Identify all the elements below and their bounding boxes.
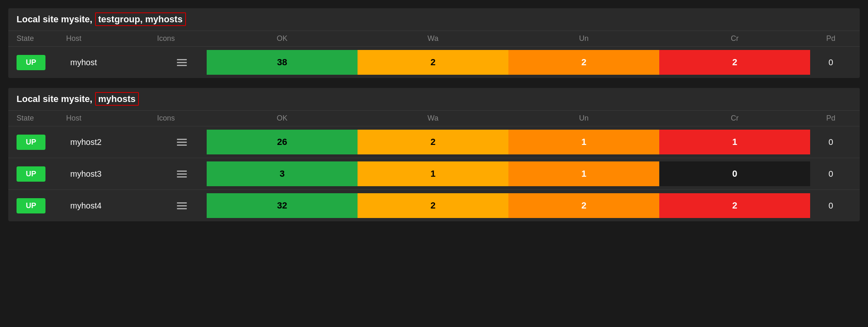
col-header-state: State	[17, 114, 66, 123]
panel-title-prefix: Local site mysite,	[17, 94, 95, 104]
panel-header: Local site mysite, myhosts	[8, 88, 860, 111]
warn-metric[interactable]: 1	[358, 161, 508, 186]
table-row: UPmyhost331100	[8, 158, 860, 190]
hamburger-icon[interactable]	[177, 202, 187, 209]
col-header-icons: Icons	[157, 114, 207, 123]
col-header-ok: OK	[207, 114, 358, 123]
col-header-host: Host	[66, 114, 157, 123]
pd-metric: 0	[810, 169, 851, 179]
state-cell: UP	[17, 166, 66, 182]
state-cell: UP	[17, 135, 66, 150]
state-badge[interactable]: UP	[17, 166, 45, 182]
panel-1: Local site mysite, testgroup, myhostsSta…	[8, 8, 860, 78]
col-header-ok: OK	[207, 34, 358, 43]
col-header-wa: Wa	[358, 114, 508, 123]
col-header-state: State	[17, 34, 66, 43]
crit-metric[interactable]: 2	[659, 50, 810, 75]
crit-metric[interactable]: 1	[659, 130, 810, 154]
col-header-pd: Pd	[810, 34, 851, 43]
state-badge[interactable]: UP	[17, 135, 45, 150]
icons-cell	[157, 139, 207, 146]
unknown-metric[interactable]: 1	[508, 161, 659, 186]
warn-metric[interactable]: 2	[358, 193, 508, 218]
icons-cell	[157, 59, 207, 66]
hamburger-icon[interactable]	[177, 59, 187, 66]
warn-metric[interactable]: 2	[358, 130, 508, 154]
crit-metric[interactable]: 2	[659, 193, 810, 218]
state-badge[interactable]: UP	[17, 55, 45, 70]
col-header-pd: Pd	[810, 114, 851, 123]
ok-metric[interactable]: 26	[207, 130, 358, 154]
panel-title-prefix: Local site mysite,	[17, 14, 95, 24]
col-header-cr: Cr	[659, 114, 810, 123]
ok-metric[interactable]: 3	[207, 161, 358, 186]
col-header-cr: Cr	[659, 34, 810, 43]
host-name[interactable]: myhost4	[66, 201, 157, 211]
panel-title-highlight: myhosts	[95, 92, 139, 106]
pd-metric: 0	[810, 58, 851, 67]
hamburger-icon[interactable]	[177, 171, 187, 178]
column-headers: StateHostIconsOKWaUnCrPd	[8, 111, 860, 126]
table-row: UPmyhost382220	[8, 47, 860, 78]
host-name[interactable]: myhost	[66, 58, 157, 67]
state-cell: UP	[17, 198, 66, 213]
col-header-wa: Wa	[358, 34, 508, 43]
table-row: UPmyhost4322220	[8, 190, 860, 221]
unknown-metric[interactable]: 1	[508, 130, 659, 154]
icons-cell	[157, 202, 207, 209]
unknown-metric[interactable]: 2	[508, 50, 659, 75]
table-row: UPmyhost2262110	[8, 126, 860, 158]
col-header-host: Host	[66, 34, 157, 43]
crit-metric[interactable]: 0	[659, 161, 810, 186]
col-header-un: Un	[508, 114, 659, 123]
host-name[interactable]: myhost3	[66, 169, 157, 179]
panel-header: Local site mysite, testgroup, myhosts	[8, 8, 860, 31]
col-header-un: Un	[508, 34, 659, 43]
state-badge[interactable]: UP	[17, 198, 45, 213]
hamburger-icon[interactable]	[177, 139, 187, 146]
pd-metric: 0	[810, 137, 851, 147]
warn-metric[interactable]: 2	[358, 50, 508, 75]
ok-metric[interactable]: 32	[207, 193, 358, 218]
ok-metric[interactable]: 38	[207, 50, 358, 75]
column-headers: StateHostIconsOKWaUnCrPd	[8, 31, 860, 47]
icons-cell	[157, 171, 207, 178]
panel-title-highlight: testgroup, myhosts	[95, 12, 186, 26]
col-header-icons: Icons	[157, 34, 207, 43]
unknown-metric[interactable]: 2	[508, 193, 659, 218]
state-cell: UP	[17, 55, 66, 70]
pd-metric: 0	[810, 201, 851, 211]
panel-2: Local site mysite, myhostsStateHostIcons…	[8, 88, 860, 221]
host-name[interactable]: myhost2	[66, 137, 157, 147]
